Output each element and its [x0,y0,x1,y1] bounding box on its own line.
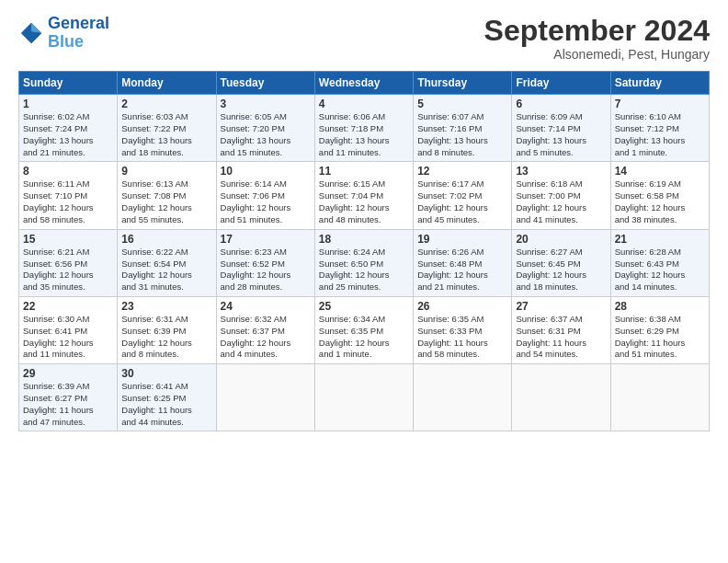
cell-content: Sunrise: 6:09 AMSunset: 7:14 PMDaylight:… [516,111,606,158]
cell-content: Sunrise: 6:23 AMSunset: 6:52 PMDaylight:… [221,247,311,293]
cell-2-5: 12Sunrise: 6:17 AMSunset: 7:02 PMDayligh… [414,162,512,229]
cell-2-7: 14Sunrise: 6:19 AMSunset: 6:58 PMDayligh… [610,162,709,229]
cell-1-7: 7Sunrise: 6:10 AMSunset: 7:12 PMDaylight… [610,95,709,162]
cell-content: Sunrise: 6:14 AMSunset: 7:06 PMDaylight:… [221,178,311,225]
calendar-table: SundayMondayTuesdayWednesdayThursdayFrid… [18,71,710,431]
day-number: 1 [23,98,113,110]
cell-content: Sunrise: 6:39 AMSunset: 6:27 PMDaylight:… [23,381,113,428]
logo-line2: Blue [48,32,84,51]
cell-3-7: 21Sunrise: 6:28 AMSunset: 6:43 PMDayligh… [610,229,709,296]
cell-5-2: 30Sunrise: 6:41 AMSunset: 6:25 PMDayligh… [118,364,216,431]
cell-2-4: 11Sunrise: 6:15 AMSunset: 7:04 PMDayligh… [314,162,413,229]
location: Alsonemedi, Pest, Hungary [484,47,710,62]
cell-3-2: 16Sunrise: 6:22 AMSunset: 6:54 PMDayligh… [118,229,216,296]
cell-content: Sunrise: 6:28 AMSunset: 6:43 PMDaylight:… [615,247,705,293]
cell-5-4 [314,364,413,431]
cell-content: Sunrise: 6:22 AMSunset: 6:54 PMDaylight:… [121,247,211,293]
cell-content: Sunrise: 6:07 AMSunset: 7:16 PMDaylight:… [417,111,507,158]
logo: General Blue [18,15,109,52]
day-number: 2 [121,98,211,110]
cell-content: Sunrise: 6:38 AMSunset: 6:29 PMDaylight:… [615,314,705,361]
day-header-wednesday: Wednesday [314,72,413,95]
cell-1-2: 2Sunrise: 6:03 AMSunset: 7:22 PMDaylight… [118,95,216,162]
logo-line1: General [48,14,109,32]
day-number: 22 [23,300,113,313]
cell-content: Sunrise: 6:03 AMSunset: 7:22 PMDaylight:… [121,111,211,158]
svg-marker-2 [31,31,41,43]
day-number: 25 [319,300,409,313]
cell-3-4: 18Sunrise: 6:24 AMSunset: 6:50 PMDayligh… [314,229,413,296]
cell-1-3: 3Sunrise: 6:05 AMSunset: 7:20 PMDaylight… [216,95,314,162]
cell-3-6: 20Sunrise: 6:27 AMSunset: 6:45 PMDayligh… [512,229,610,296]
cell-content: Sunrise: 6:19 AMSunset: 6:58 PMDaylight:… [615,178,705,225]
cell-content: Sunrise: 6:31 AMSunset: 6:39 PMDaylight:… [121,314,211,361]
cell-1-1: 1Sunrise: 6:02 AMSunset: 7:24 PMDaylight… [19,95,118,162]
week-row-2: 8Sunrise: 6:11 AMSunset: 7:10 PMDaylight… [19,162,710,229]
day-number: 13 [516,165,606,178]
cell-content: Sunrise: 6:11 AMSunset: 7:10 PMDaylight:… [23,178,113,225]
page: General Blue September 2024 Alsonemedi, … [0,0,728,441]
cell-content: Sunrise: 6:27 AMSunset: 6:45 PMDaylight:… [516,247,606,293]
day-header-tuesday: Tuesday [216,72,314,95]
day-number: 30 [121,367,211,380]
cell-3-5: 19Sunrise: 6:26 AMSunset: 6:48 PMDayligh… [414,229,512,296]
week-row-1: 1Sunrise: 6:02 AMSunset: 7:24 PMDaylight… [19,95,710,162]
cell-5-3 [216,364,314,431]
cell-content: Sunrise: 6:37 AMSunset: 6:31 PMDaylight:… [516,314,606,361]
cell-content: Sunrise: 6:26 AMSunset: 6:48 PMDaylight:… [417,247,507,293]
cell-content: Sunrise: 6:18 AMSunset: 7:00 PMDaylight:… [516,178,606,225]
day-number: 15 [23,233,113,246]
day-header-saturday: Saturday [610,72,709,95]
cell-content: Sunrise: 6:32 AMSunset: 6:37 PMDaylight:… [221,314,311,361]
cell-content: Sunrise: 6:24 AMSunset: 6:50 PMDaylight:… [319,247,409,293]
cell-1-5: 5Sunrise: 6:07 AMSunset: 7:16 PMDaylight… [414,95,512,162]
cell-2-1: 8Sunrise: 6:11 AMSunset: 7:10 PMDaylight… [19,162,118,229]
cell-4-5: 26Sunrise: 6:35 AMSunset: 6:33 PMDayligh… [414,296,512,363]
cell-content: Sunrise: 6:41 AMSunset: 6:25 PMDaylight:… [121,381,211,428]
day-number: 4 [319,98,409,110]
cell-1-6: 6Sunrise: 6:09 AMSunset: 7:14 PMDaylight… [512,95,610,162]
day-number: 12 [417,165,507,178]
cell-2-6: 13Sunrise: 6:18 AMSunset: 7:00 PMDayligh… [512,162,610,229]
day-number: 9 [121,165,211,178]
day-number: 24 [221,300,311,313]
week-row-4: 22Sunrise: 6:30 AMSunset: 6:41 PMDayligh… [19,296,710,363]
day-number: 26 [417,300,507,313]
day-header-sunday: Sunday [19,72,118,95]
cell-content: Sunrise: 6:05 AMSunset: 7:20 PMDaylight:… [221,111,311,158]
day-number: 23 [121,300,211,313]
cell-5-6 [512,364,610,431]
day-header-monday: Monday [118,72,216,95]
day-header-thursday: Thursday [414,72,512,95]
day-number: 18 [319,233,409,246]
day-number: 10 [221,165,311,178]
svg-marker-1 [31,23,41,33]
day-number: 20 [516,233,606,246]
day-number: 3 [221,98,311,110]
cell-3-3: 17Sunrise: 6:23 AMSunset: 6:52 PMDayligh… [216,229,314,296]
cell-content: Sunrise: 6:17 AMSunset: 7:02 PMDaylight:… [417,178,507,225]
cell-3-1: 15Sunrise: 6:21 AMSunset: 6:56 PMDayligh… [19,229,118,296]
day-number: 11 [319,165,409,178]
month-title: September 2024 [484,15,710,47]
day-number: 17 [221,233,311,246]
day-number: 5 [417,98,507,110]
title-block: September 2024 Alsonemedi, Pest, Hungary [484,15,710,62]
day-number: 14 [615,165,705,178]
cell-5-7 [610,364,709,431]
cell-content: Sunrise: 6:06 AMSunset: 7:18 PMDaylight:… [319,111,409,158]
cell-2-2: 9Sunrise: 6:13 AMSunset: 7:08 PMDaylight… [118,162,216,229]
cell-4-4: 25Sunrise: 6:34 AMSunset: 6:35 PMDayligh… [314,296,413,363]
cell-content: Sunrise: 6:30 AMSunset: 6:41 PMDaylight:… [23,314,113,361]
day-number: 28 [615,300,705,313]
day-number: 8 [23,165,113,178]
cell-content: Sunrise: 6:02 AMSunset: 7:24 PMDaylight:… [23,111,113,158]
cell-4-3: 24Sunrise: 6:32 AMSunset: 6:37 PMDayligh… [216,296,314,363]
day-number: 27 [516,300,606,313]
cell-5-1: 29Sunrise: 6:39 AMSunset: 6:27 PMDayligh… [19,364,118,431]
day-number: 7 [615,98,705,110]
cell-1-4: 4Sunrise: 6:06 AMSunset: 7:18 PMDaylight… [314,95,413,162]
cell-5-5 [414,364,512,431]
week-row-5: 29Sunrise: 6:39 AMSunset: 6:27 PMDayligh… [19,364,710,431]
cell-4-2: 23Sunrise: 6:31 AMSunset: 6:39 PMDayligh… [118,296,216,363]
